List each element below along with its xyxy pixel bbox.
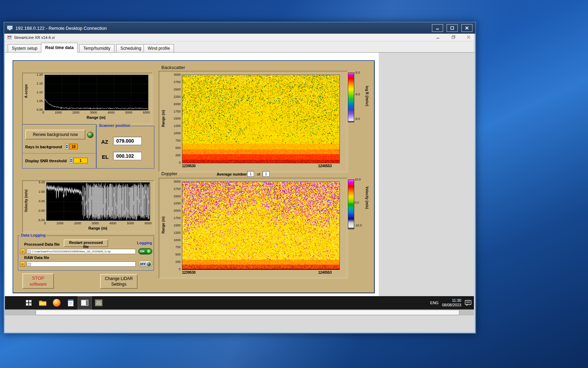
axis-tick: 1.10 (36, 90, 43, 94)
app-window-title: StreamLine XR v14-6.vi (14, 35, 55, 40)
front-panel: A-scope 1.201.151.101.050.99 01000200030… (5, 53, 379, 296)
tab-temp-humidity[interactable]: Temp/humidity (79, 44, 114, 53)
stop-software-button[interactable]: STOP software (22, 273, 54, 289)
backscatter-cb-tick-bot: -8.0 (355, 117, 360, 121)
stop-line1: STOP (32, 275, 44, 281)
axis-tick: 2250 (174, 202, 181, 205)
rays-spinner[interactable] (65, 144, 69, 149)
processed-path-field[interactable]: C:\Lidar\Data\Proc\2023\202308\20230808\… (27, 249, 136, 254)
axis-tick: 1500 (174, 117, 181, 120)
az-value-field[interactable]: 079.000 (113, 137, 142, 145)
backscatter-cb-tick-top: -5.0 (355, 71, 360, 74)
axis-tick: 5000 (127, 222, 134, 225)
language-indicator[interactable]: ENG (430, 301, 439, 305)
doppler-cb-tick-mid: 0.0 (355, 201, 359, 204)
backscatter-canvas (182, 75, 340, 163)
taskbar-clock[interactable]: 11:30 08/08/2023 (442, 298, 461, 307)
desktop: { "rdp": { "title": "192.168.0.122 - Rem… (0, 0, 588, 368)
el-label: EL (102, 154, 108, 160)
processed-data-file-label: Processed Data file (24, 242, 60, 246)
stop-line2: software (29, 281, 47, 287)
snr-value-field[interactable]: 1 (74, 158, 88, 163)
ascope-canvas (44, 75, 148, 110)
scan-scheduler-button[interactable]: Scan Sched (92, 296, 106, 309)
lidar-panel: A-scope 1.201.151.101.050.99 01000200030… (13, 60, 375, 293)
axis-tick: 1.05 (36, 99, 43, 103)
doppler-ytick-col: 3000275025002250200017501500125010007505… (169, 180, 181, 271)
raw-data-file-label: RAW Data file (24, 255, 49, 260)
raw-path-field[interactable] (27, 261, 136, 267)
tab-real-time-data[interactable]: Real time data (41, 43, 78, 53)
el-value-field[interactable]: 000.102 (113, 152, 142, 160)
ascope-xlabel: Range (m) (44, 115, 148, 120)
streamline-app-button[interactable] (78, 296, 92, 309)
axis-tick: 3000 (92, 222, 99, 225)
rdp-close-button[interactable] (461, 24, 472, 32)
app-restore-button[interactable] (450, 35, 456, 40)
processed-browse-icon[interactable] (28, 250, 31, 253)
raw-logging-toggle[interactable]: OFF (138, 261, 152, 267)
rdp-maximize-button[interactable] (447, 24, 458, 32)
data-logging-box: Data Logging Processed Data file Restart… (18, 236, 154, 271)
change-lidar-settings-button[interactable]: Change LiDAR Settings (100, 274, 138, 289)
app-minimize-button[interactable] (435, 35, 441, 40)
axis-tick: 5000 (125, 111, 132, 114)
doppler-colorbar (348, 179, 354, 229)
start-button[interactable] (22, 296, 36, 309)
scrollbar-thumb[interactable] (36, 310, 459, 315)
document-icon (68, 299, 74, 306)
tab-wind-profile[interactable]: Wind profile (144, 44, 174, 53)
ascope-ylabel: A-scope (24, 84, 28, 98)
doppler-plot-frame: Range (m) 300027502500225020001750150012… (159, 178, 348, 278)
ascope-plot-frame: A-scope 1.201.151.101.050.99 01000200030… (22, 73, 152, 124)
processed-logging-toggle[interactable]: ON (138, 248, 152, 254)
axis-tick: 2000 (74, 222, 81, 225)
notepad-button[interactable] (64, 296, 78, 309)
velocity-canvas (46, 182, 150, 221)
axis-tick: 750 (175, 139, 181, 142)
axis-tick: 6000 (145, 222, 152, 225)
raw-browse-icon[interactable] (28, 263, 31, 266)
doppler-x-start: 1239530 (182, 271, 196, 274)
rdp-window: 192.168.0.122 - Remote Desktop Connectio… (4, 22, 476, 334)
firefox-button[interactable] (50, 296, 64, 309)
backscatter-title: Backscatter (161, 65, 185, 70)
axis-tick: 1.20 (36, 73, 43, 76)
controls-separator (22, 153, 96, 154)
app-close-button[interactable] (465, 35, 472, 40)
app-window-icon (81, 300, 89, 306)
velocity-ylabel: Velocity (m/s) (24, 190, 28, 212)
rays-value-field[interactable]: 10 (69, 144, 78, 149)
notification-icon[interactable] (465, 300, 472, 306)
background-controls-box: Renew background now Rays in background … (22, 124, 97, 169)
rdp-computer-icon (7, 26, 13, 30)
doppler-ylabel: Range (m) (161, 217, 165, 234)
rdp-window-title: 192.168.0.122 - Remote Desktop Connectio… (15, 26, 107, 31)
doppler-canvas (182, 182, 340, 270)
doppler-x-end: 1240553 (318, 271, 332, 274)
axis-tick: 1000 (174, 238, 181, 242)
axis-tick: 4000 (109, 222, 116, 225)
processed-path-text: C:\Lidar\Data\Proc\2023\202308\20230808\… (32, 250, 111, 253)
scan-scheduler-icon: Scan Sched (95, 299, 103, 306)
ascope-ytick-col: 1.201.151.101.050.99 (31, 73, 43, 111)
az-label: AZ (101, 139, 108, 145)
scanner-position-box: Scanner position AZ 079.000 EL 000.102 (96, 126, 154, 169)
file-explorer-button[interactable] (36, 296, 50, 309)
app-vi-icon (7, 35, 12, 40)
app-titlebar[interactable]: StreamLine XR v14-6.vi (5, 34, 474, 41)
processed-toggle-label: ON (140, 250, 145, 253)
average-of-label: of (257, 172, 260, 176)
processed-drive-icon: C (20, 249, 25, 254)
rdp-minimize-button[interactable] (432, 24, 443, 32)
average-number-field[interactable]: 1 (247, 171, 254, 177)
tab-system-setup[interactable]: System setup (8, 44, 42, 53)
start-icon (26, 300, 32, 306)
horizontal-scrollbar[interactable] (5, 309, 474, 315)
axis-tick: 2000 (174, 102, 181, 106)
renew-background-button[interactable]: Renew background now (25, 130, 85, 139)
snr-spinner[interactable] (69, 158, 73, 163)
rdp-titlebar[interactable]: 192.168.0.122 - Remote Desktop Connectio… (4, 22, 475, 34)
tab-scheduling[interactable]: Scheduling (116, 44, 145, 53)
restart-processed-file-button[interactable]: Restart processed file (64, 239, 108, 247)
